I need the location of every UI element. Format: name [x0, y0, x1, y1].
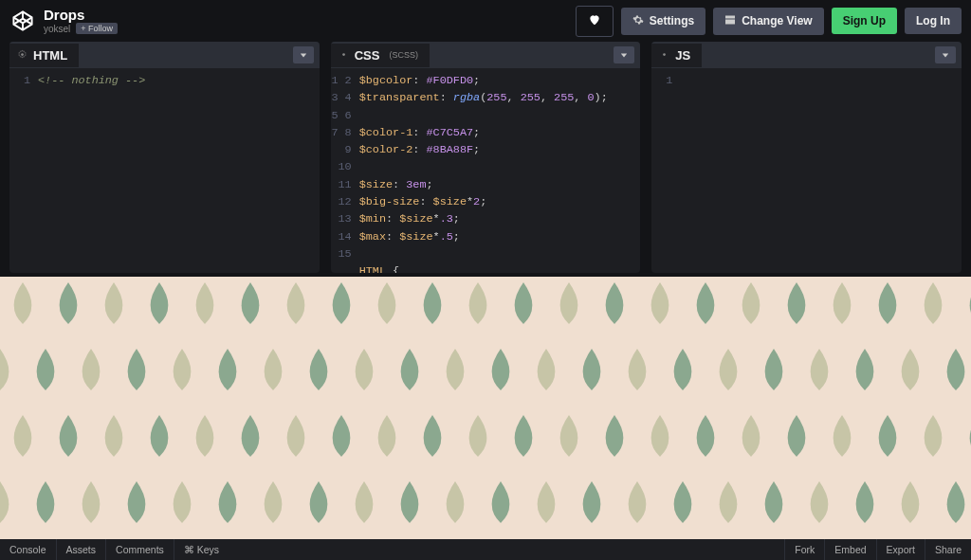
gear-icon[interactable]: [659, 48, 669, 63]
panel-html: HTML 1 <!-- nothing -->: [9, 42, 320, 273]
preview-pane: [0, 277, 971, 539]
svg-point-5: [21, 53, 24, 56]
follow-button[interactable]: + Follow: [76, 23, 118, 34]
svg-marker-8: [621, 53, 627, 57]
panel-js: JS 1: [651, 42, 962, 273]
panel-js-menu-button[interactable]: [935, 46, 956, 63]
js-gutter: 1: [651, 68, 678, 273]
settings-label: Settings: [650, 14, 694, 27]
svg-rect-4: [725, 19, 735, 24]
footer-right: ForkEmbedExportShare: [784, 539, 971, 560]
chevron-down-icon: [620, 51, 628, 59]
css-gutter: 1 2 3 4 5 6 7 8 9 10 11 12 13 14 15: [331, 68, 357, 273]
chevron-down-icon: [942, 51, 949, 59]
svg-point-7: [342, 53, 345, 56]
drops-pattern: [0, 277, 971, 539]
gear-icon[interactable]: [17, 48, 27, 63]
footer-button[interactable]: ⌘ Keys: [174, 539, 229, 560]
footer-button[interactable]: Export: [876, 539, 925, 560]
panel-css-title: CSS: [355, 48, 380, 63]
panel-js-title: JS: [675, 48, 690, 63]
css-code[interactable]: $bgcolor: #F0DFD0; $transparent: rgba(25…: [357, 68, 641, 273]
panel-css-header: CSS (SCSS): [331, 42, 641, 68]
panel-css-subtitle: (SCSS): [389, 50, 418, 60]
love-button[interactable]: [576, 6, 614, 37]
topbar: Drops yoksel + Follow Settings Change Vi…: [0, 0, 971, 42]
footer-button[interactable]: Assets: [57, 539, 107, 560]
css-editor[interactable]: 1 2 3 4 5 6 7 8 9 10 11 12 13 14 15 $bgc…: [331, 68, 641, 273]
footer-button[interactable]: Share: [925, 539, 971, 560]
gear-icon[interactable]: [339, 48, 349, 63]
panel-js-header: JS: [651, 42, 962, 68]
chevron-down-icon: [300, 51, 307, 59]
html-editor[interactable]: 1 <!-- nothing -->: [9, 68, 320, 273]
signup-button[interactable]: Sign Up: [832, 8, 897, 34]
editor-panels: HTML 1 <!-- nothing --> CSS (SCSS) 1: [0, 42, 971, 277]
panel-html-menu-button[interactable]: [293, 46, 314, 63]
footer-left: ConsoleAssetsComments⌘ Keys: [0, 539, 229, 560]
panel-css-menu-button[interactable]: [614, 46, 634, 63]
svg-marker-10: [943, 53, 948, 57]
login-button[interactable]: Log In: [905, 8, 962, 34]
heart-icon: [588, 13, 601, 29]
svg-rect-3: [725, 15, 735, 18]
js-editor[interactable]: 1: [651, 68, 962, 273]
settings-button[interactable]: Settings: [621, 8, 705, 35]
footer-button[interactable]: Fork: [784, 539, 824, 560]
change-view-button[interactable]: Change View: [713, 8, 823, 35]
pen-title: Drops: [44, 8, 118, 24]
svg-point-9: [663, 53, 666, 56]
footer: ConsoleAssetsComments⌘ Keys ForkEmbedExp…: [0, 539, 971, 560]
panel-html-title: HTML: [33, 48, 67, 63]
html-gutter: 1: [9, 68, 36, 273]
footer-button[interactable]: Embed: [824, 539, 875, 560]
gear-icon: [632, 14, 644, 28]
footer-button[interactable]: Comments: [106, 539, 174, 560]
panel-css: CSS (SCSS) 1 2 3 4 5 6 7 8 9 10 11 12 13…: [331, 42, 641, 273]
svg-marker-6: [300, 53, 305, 57]
html-code[interactable]: <!-- nothing -->: [36, 68, 320, 273]
footer-button[interactable]: Console: [0, 539, 57, 560]
panel-html-header: HTML: [9, 42, 320, 68]
codepen-logo-icon[interactable]: [9, 8, 36, 34]
change-view-label: Change View: [742, 14, 812, 27]
author-name[interactable]: yoksel: [44, 24, 70, 34]
js-code[interactable]: [678, 68, 962, 273]
layout-icon: [724, 14, 736, 28]
